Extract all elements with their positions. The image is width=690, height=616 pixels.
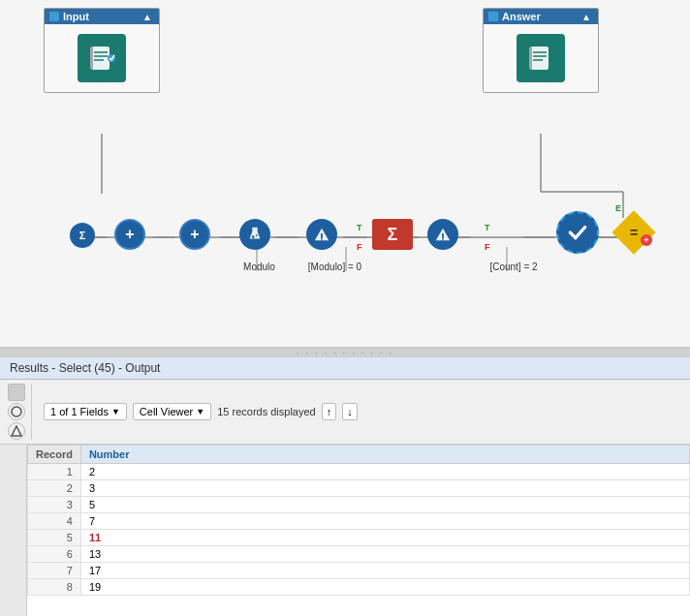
panel-divider[interactable]: · · · · · · · · · · · — [0, 349, 690, 356]
summarize-node[interactable]: Σ — [372, 219, 413, 250]
results-table: Record Number 12233547511613717819 — [27, 445, 690, 596]
count-eq-label: [Count] = 2 — [475, 262, 552, 272]
svg-rect-24 — [90, 46, 93, 70]
svg-point-38 — [321, 239, 323, 241]
answer-node-collapse[interactable]: ▲ — [580, 12, 593, 22]
records-info: 15 records displayed — [217, 406, 316, 417]
result-panel: Results - Select (45) - Output 1 of 1 Fi… — [0, 356, 690, 616]
svg-text:E: E — [615, 203, 621, 213]
svg-text:T: T — [485, 223, 490, 232]
input-node-icon — [78, 34, 126, 82]
number-cell: 5 — [80, 497, 689, 513]
record-cell: 5 — [28, 530, 81, 546]
data-table[interactable]: Record Number 12233547511613717819 — [27, 445, 690, 616]
svg-text:F: F — [485, 242, 490, 252]
answer-node-icon-area — [484, 24, 598, 92]
sort-asc-button[interactable]: ↑ — [322, 403, 337, 420]
svg-text:T: T — [357, 223, 362, 232]
result-header-text: Results - Select (45) - Output — [10, 361, 160, 375]
record-cell: 7 — [28, 563, 81, 579]
modulo-node[interactable] — [239, 219, 270, 250]
data-table-wrapper: Record Number 12233547511613717819 — [0, 445, 690, 616]
table-row: 23 — [28, 480, 690, 497]
table-row: 12 — [28, 464, 690, 480]
toolbar-icon-1[interactable] — [8, 384, 25, 401]
record-cell: 4 — [28, 513, 81, 530]
book-icon — [86, 43, 117, 74]
toolbar-icon-3[interactable] — [8, 422, 25, 440]
warning-node[interactable]: = — [612, 210, 655, 254]
answer-book-icon — [525, 43, 556, 74]
record-cell: 2 — [28, 480, 81, 497]
svg-point-34 — [252, 235, 255, 238]
number-cell: 3 — [80, 480, 689, 497]
divider-dots: · · · · · · · · · · · — [297, 348, 393, 358]
record-cell: 3 — [28, 497, 81, 513]
modulo-eq-label: [Modulo] = 0 — [298, 262, 371, 272]
answer-node[interactable]: Answer ▲ — [483, 8, 599, 93]
svg-text:F: F — [357, 242, 362, 252]
number-header: Number — [80, 446, 689, 464]
svg-marker-43 — [12, 426, 21, 436]
select-node[interactable] — [556, 211, 599, 254]
formula-node-2[interactable]: + — [179, 219, 210, 250]
filter-node-2[interactable] — [427, 219, 458, 250]
fields-dropdown-button[interactable]: 1 of 1 Fields ▼ — [44, 403, 127, 420]
generate-rows-node[interactable]: Σ — [70, 223, 95, 248]
number-cell: 7 — [80, 513, 689, 530]
record-header: Record — [28, 446, 81, 464]
number-cell: 13 — [80, 546, 689, 563]
svg-point-35 — [256, 234, 258, 236]
number-cell: 2 — [80, 464, 689, 480]
filter-node-1[interactable] — [306, 219, 337, 250]
table-header-row: Record Number — [28, 446, 690, 464]
result-header: Results - Select (45) - Output — [0, 357, 690, 380]
table-row: 35 — [28, 497, 690, 513]
number-cell: 19 — [80, 579, 689, 596]
modulo-label: Modulo — [233, 262, 286, 272]
result-toolbar: 1 of 1 Fields ▼ Cell Viewer ▼ 15 records… — [0, 380, 690, 445]
table-row: 613 — [28, 546, 690, 563]
answer-node-icon — [517, 34, 565, 82]
number-cell: 11 — [80, 530, 689, 546]
toolbar-icon-2[interactable] — [8, 403, 25, 420]
svg-point-41 — [442, 239, 444, 241]
input-node[interactable]: Input ▲ — [44, 8, 160, 93]
table-row: 47 — [28, 513, 690, 530]
table-row: 717 — [28, 563, 690, 579]
cell-viewer-button[interactable]: Cell Viewer ▼ — [133, 403, 211, 420]
svg-rect-42 — [12, 407, 21, 416]
input-node-icon-area — [45, 24, 159, 92]
record-cell: 6 — [28, 546, 81, 563]
table-body: 12233547511613717819 — [28, 464, 690, 596]
sort-desc-button[interactable]: ↓ — [342, 403, 358, 420]
workflow-canvas: T F T F E A Input ▲ — [0, 0, 690, 349]
warning-plus-icon: + — [641, 234, 652, 246]
svg-rect-30 — [529, 46, 532, 70]
table-row: 511 — [28, 530, 690, 546]
record-cell: 8 — [28, 579, 81, 596]
input-node-title: Input ▲ — [45, 9, 159, 24]
left-icons-column — [0, 445, 27, 616]
answer-node-title: Answer ▲ — [484, 9, 598, 24]
number-cell: 17 — [80, 563, 689, 579]
input-node-collapse[interactable]: ▲ — [141, 12, 154, 22]
formula-node-1[interactable]: + — [114, 219, 145, 250]
table-row: 819 — [28, 579, 690, 596]
record-cell: 1 — [28, 464, 81, 480]
